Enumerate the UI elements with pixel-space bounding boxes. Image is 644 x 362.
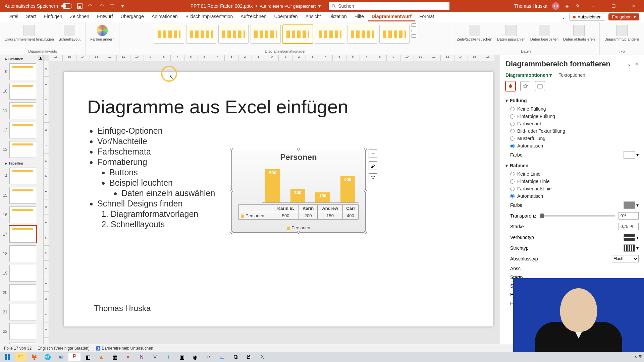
user-avatar[interactable]: TH bbox=[552, 2, 559, 10]
section-graphics-label[interactable]: ▸ Grafiken... bbox=[0, 55, 43, 62]
dash-picker[interactable] bbox=[624, 244, 635, 252]
taskbar-onenote-icon[interactable]: N bbox=[136, 353, 148, 361]
chart-style-4[interactable] bbox=[251, 25, 281, 44]
section-tables-label[interactable]: ▸ Tabellen bbox=[0, 159, 43, 166]
redo-icon[interactable] bbox=[98, 3, 104, 9]
slide-thumb-15[interactable]: 15 bbox=[0, 186, 43, 205]
taskbar-vlc-icon[interactable]: ▲ bbox=[95, 353, 107, 361]
taskbar-visio-icon[interactable]: V bbox=[149, 353, 161, 361]
resize-handle[interactable] bbox=[364, 231, 367, 234]
draw-icon[interactable]: ✎ bbox=[575, 3, 581, 9]
taskbar-powerpoint-icon[interactable]: P bbox=[68, 353, 80, 361]
slide-thumb-13[interactable]: 13 bbox=[0, 140, 43, 159]
start-button[interactable] bbox=[1, 353, 13, 361]
fill-none-option[interactable]: Keine Füllung bbox=[505, 105, 639, 113]
menu-tab-animationen[interactable]: Animationen bbox=[148, 12, 181, 21]
select-data-button[interactable]: Daten auswählen bbox=[496, 23, 527, 43]
width-value[interactable]: 0,75 Pt. bbox=[619, 223, 639, 230]
slide-canvas[interactable]: Diagramme aus Excel einfügen Einfüge-Opt… bbox=[64, 72, 493, 326]
menu-tab-bildschirmpräsentation[interactable]: Bildschirmpräsentation bbox=[182, 12, 236, 21]
tab-chart-options[interactable]: Diagrammoptionen ▾ bbox=[505, 72, 552, 78]
search-box[interactable]: Suchen bbox=[329, 2, 449, 10]
menu-tab-hilfe[interactable]: Hilfe bbox=[351, 12, 367, 21]
size-properties-icon[interactable] bbox=[535, 81, 545, 91]
effects-icon[interactable] bbox=[520, 81, 530, 91]
taskbar-firefox-icon[interactable]: 🦊 bbox=[28, 353, 40, 361]
chart-bars[interactable]: 500200150400 bbox=[262, 169, 359, 203]
fill-picture-option[interactable]: Bild- oder Texturfüllung bbox=[505, 127, 639, 135]
transparency-value[interactable]: 0% bbox=[619, 212, 639, 220]
transparency-slider[interactable] bbox=[540, 215, 615, 217]
menu-tab-entwurf[interactable]: Entwurf bbox=[94, 12, 116, 21]
present-from-start-icon[interactable] bbox=[109, 3, 115, 9]
section-fill-header[interactable]: ▾ Füllung bbox=[505, 95, 639, 105]
resize-handle[interactable] bbox=[230, 189, 233, 192]
chart-bar[interactable]: 200 bbox=[290, 189, 305, 202]
resize-handle[interactable] bbox=[230, 148, 233, 150]
window-close[interactable]: ✕ bbox=[626, 0, 641, 12]
chart-style-more[interactable] bbox=[412, 23, 418, 38]
border-gradient-option[interactable]: Farbverlaufslinie bbox=[505, 185, 639, 192]
chart-bar[interactable]: 400 bbox=[340, 176, 355, 202]
resize-handle[interactable] bbox=[297, 148, 300, 150]
chart-data-table[interactable]: Karin B.KarinAndrewCarl Personen50020015… bbox=[238, 204, 359, 220]
weather-widget[interactable]: ☀ 5° bbox=[634, 355, 643, 359]
section-border-header[interactable]: ▾ Rahmen bbox=[505, 160, 639, 170]
chart-style-8[interactable] bbox=[379, 25, 410, 44]
menu-tab-aufzeichnen[interactable]: Aufzeichnen bbox=[237, 12, 270, 21]
taskbar-app5-icon[interactable]: ○ bbox=[203, 353, 215, 361]
slide-thumb-16[interactable]: 16 bbox=[0, 205, 43, 225]
window-maximize[interactable]: ☐ bbox=[606, 0, 621, 12]
refresh-data-button[interactable]: Daten aktualisieren bbox=[562, 23, 596, 43]
menu-tab-zeichnen[interactable]: Zeichnen bbox=[67, 12, 93, 21]
tab-text-options[interactable]: Textoptionen bbox=[558, 72, 585, 78]
undo-icon[interactable] bbox=[88, 3, 94, 9]
chart-style-5[interactable] bbox=[283, 25, 313, 44]
menu-tab-diagrammentwurf[interactable]: Diagrammentwurf bbox=[368, 12, 415, 21]
menu-tab-start[interactable]: Start bbox=[23, 12, 40, 21]
chart-style-3[interactable] bbox=[218, 25, 249, 44]
slide-title[interactable]: Diagramme aus Excel einfügen bbox=[87, 96, 348, 118]
slide-thumbnail-panel[interactable]: ▴ ▸ Grafiken... 910111213 ▸ Tabellen 141… bbox=[0, 55, 44, 353]
menu-tab-ansicht[interactable]: Ansicht bbox=[302, 12, 324, 21]
slide-thumb-19[interactable]: 19 bbox=[0, 263, 43, 283]
taskbar-app-icon[interactable]: ◧ bbox=[82, 353, 94, 361]
autosave-toggle[interactable] bbox=[61, 3, 72, 9]
fill-pattern-option[interactable]: Musterfüllung bbox=[505, 135, 639, 142]
taskbar-excel-icon[interactable]: X bbox=[256, 353, 268, 361]
menu-tab-dictation[interactable]: Dictation bbox=[325, 12, 350, 21]
menu-tab-format[interactable]: Format bbox=[416, 12, 437, 21]
chart-style-7[interactable] bbox=[347, 25, 377, 44]
chart-style-2[interactable] bbox=[186, 25, 216, 44]
fill-auto-option[interactable]: Automatisch bbox=[505, 142, 639, 149]
fill-color-picker[interactable] bbox=[624, 151, 635, 159]
ribbon-collapse-icon[interactable]: ⌄ bbox=[562, 14, 566, 20]
slide-thumb-22[interactable]: 22 bbox=[0, 322, 43, 341]
chart-filter-button[interactable]: ▽ bbox=[369, 173, 377, 182]
format-pane-close-icon[interactable]: ✕ bbox=[635, 61, 639, 67]
switch-row-column-button[interactable]: Zeile/Spalte tauschen bbox=[455, 23, 494, 43]
menu-tab-einfügen[interactable]: Einfügen bbox=[40, 12, 65, 21]
border-auto-option[interactable]: Automatisch bbox=[505, 192, 639, 200]
border-none-option[interactable]: Keine Linie bbox=[505, 170, 639, 178]
fill-color-dropdown-icon[interactable]: ▾ bbox=[636, 152, 639, 158]
slide-thumb-18[interactable]: 18 bbox=[0, 244, 43, 263]
language-status[interactable]: Englisch (Vereinigte Staaten) bbox=[38, 346, 90, 351]
slide-thumb-17[interactable]: 17 bbox=[0, 225, 43, 244]
quick-layout-button[interactable]: Schnelllayout bbox=[57, 23, 82, 43]
cap-select[interactable]: Flach bbox=[612, 255, 639, 262]
change-colors-button[interactable]: Farben ändern bbox=[89, 23, 116, 43]
taskbar-app4-icon[interactable]: ▣ bbox=[176, 353, 188, 361]
compound-picker[interactable] bbox=[624, 234, 635, 241]
taskbar-app7-icon[interactable]: 🗎 bbox=[243, 353, 255, 361]
menu-tab-überprüfen[interactable]: Überprüfen bbox=[271, 12, 301, 21]
taskbar-app3-icon[interactable]: ● bbox=[122, 353, 134, 361]
taskbar-zoom-icon[interactable]: ▭ bbox=[216, 353, 228, 361]
menu-tab-übergänge[interactable]: Übergänge bbox=[117, 12, 147, 21]
taskbar-outlook-icon[interactable]: ✉ bbox=[55, 353, 67, 361]
fill-gradient-option[interactable]: Farbverlauf bbox=[505, 120, 639, 127]
docname-dropdown-icon[interactable]: ▾ bbox=[318, 3, 321, 9]
chart-style-1[interactable] bbox=[154, 25, 184, 44]
fill-solid-option[interactable]: Einfarbige Füllung bbox=[505, 113, 639, 120]
chart-styles-button[interactable]: 🖌 bbox=[369, 161, 377, 170]
